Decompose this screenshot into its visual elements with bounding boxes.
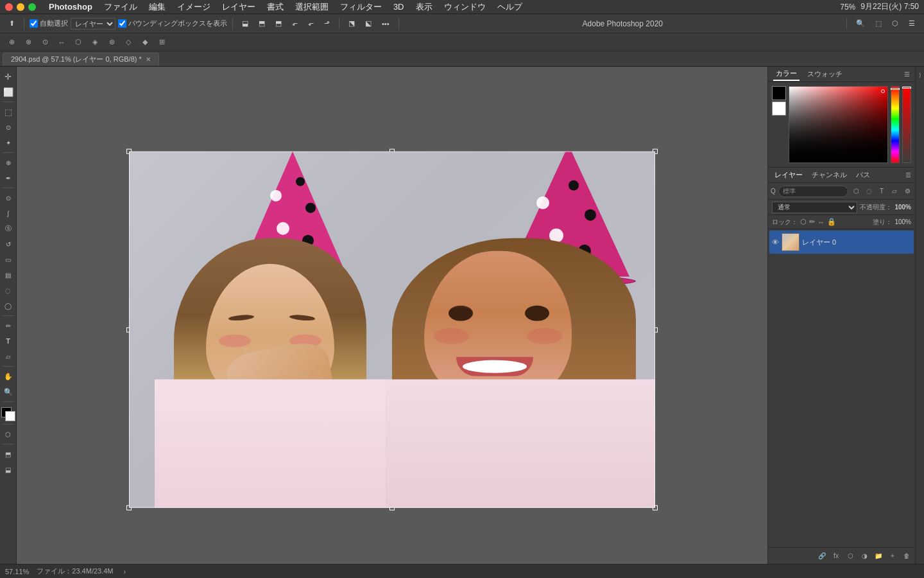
menu-photoshop[interactable]: Photoshop <box>44 1 98 13</box>
align-vcenter-btn[interactable]: ⬐ <box>304 18 318 29</box>
swatch-tab[interactable]: スウォッチ <box>805 68 845 80</box>
clone-tool[interactable]: ⓢ <box>1 222 15 236</box>
option-icon-10[interactable]: ⊞ <box>155 36 168 49</box>
collapse-btn[interactable]: ⟩ <box>919 72 921 78</box>
option-icon-1[interactable]: ⊕ <box>5 36 18 49</box>
menu-layer[interactable]: レイヤー <box>217 0 261 14</box>
option-icon-4[interactable]: ↔ <box>55 36 68 49</box>
layer-filter-smart-btn[interactable]: ⚙ <box>902 186 912 197</box>
option-icon-8[interactable]: ◇ <box>122 36 135 49</box>
menu-filter[interactable]: フィルター <box>335 0 387 14</box>
zoom-tool[interactable]: 🔍 <box>1 385 15 399</box>
layers-panel-menu-icon[interactable]: ☰ <box>905 171 911 179</box>
layer-filter-shape-btn[interactable]: ▱ <box>889 186 900 197</box>
brush-tool[interactable]: ∫ <box>1 206 15 220</box>
add-style-btn[interactable]: fx <box>830 550 842 562</box>
layer-filter-text-btn[interactable]: T <box>877 186 887 197</box>
bg-swatch[interactable] <box>772 101 786 116</box>
lock-position-icon[interactable]: ✏ <box>809 218 815 226</box>
hand-tool[interactable]: ✋ <box>1 369 15 383</box>
color-gradient-picker[interactable] <box>789 86 888 163</box>
eraser-tool[interactable]: ▭ <box>1 252 15 267</box>
distribute-v-btn[interactable]: ⬕ <box>361 18 375 29</box>
bounding-box-checkbox[interactable] <box>118 19 126 28</box>
align-right-btn[interactable]: ⬒ <box>271 18 286 29</box>
color-panel-menu-icon[interactable]: ☰ <box>904 71 910 78</box>
eyedropper-tool[interactable]: ✒ <box>1 171 15 185</box>
opacity-strip[interactable] <box>902 86 911 163</box>
search-btn[interactable]: 🔍 <box>852 18 869 29</box>
option-icon-6[interactable]: ◈ <box>89 36 101 49</box>
layer-filter-adj-btn[interactable]: ◌ <box>864 186 874 197</box>
option-icon-3[interactable]: ⊙ <box>38 36 51 49</box>
auto-select-checkbox[interactable] <box>30 19 38 28</box>
fg-swatch[interactable] <box>772 86 786 100</box>
blend-mode-select[interactable]: 通常 <box>772 202 857 213</box>
menu-3d[interactable]: 3D <box>388 1 409 13</box>
layer-search-box[interactable]: 標準 <box>778 186 848 197</box>
color-selector[interactable] <box>1 407 15 421</box>
move-tool[interactable]: ✛ <box>1 69 15 83</box>
align-center-btn[interactable]: ⬒ <box>255 18 269 29</box>
wand-tool[interactable]: ✦ <box>1 136 15 150</box>
channels-tab[interactable]: チャンネル <box>809 169 850 181</box>
layer-kind-select[interactable]: レイヤー <box>71 18 116 30</box>
expand-btn[interactable]: ⬡ <box>888 18 902 29</box>
link-layers-btn[interactable]: 🔗 <box>816 550 828 562</box>
fullscreen-button[interactable] <box>28 3 36 11</box>
color-hue-bar[interactable] <box>891 86 900 163</box>
blur-tool[interactable]: ◌ <box>1 283 15 297</box>
text-tool[interactable]: T <box>1 334 15 348</box>
new-group-btn[interactable]: 📁 <box>873 550 884 562</box>
option-icon-5[interactable]: ⬡ <box>72 36 85 49</box>
add-mask-btn[interactable]: ⬡ <box>844 550 856 562</box>
option-icon-9[interactable]: ◆ <box>139 36 151 49</box>
menu-btn[interactable]: ☰ <box>905 18 919 29</box>
lock-all-icon[interactable]: 🔒 <box>827 218 836 226</box>
document-tab[interactable]: 2904.psd @ 57.1% (レイヤー 0, RGB/8) * ✕ <box>3 53 159 66</box>
align-bottom-btn[interactable]: ⬏ <box>320 18 334 29</box>
canvas-area[interactable] <box>17 67 767 564</box>
extra-tool-btn[interactable]: ⬓ <box>1 462 15 477</box>
new-adj-layer-btn[interactable]: ◑ <box>859 550 870 562</box>
layers-tab[interactable]: レイヤー <box>772 169 805 181</box>
dodge-tool[interactable]: ◯ <box>1 299 15 313</box>
paths-tab[interactable]: パス <box>853 169 873 181</box>
background-color[interactable] <box>5 411 15 421</box>
photo-canvas[interactable] <box>129 152 655 508</box>
layer-item-0[interactable]: 👁 レイヤー 0 <box>769 231 914 254</box>
pen-tool[interactable]: ✏ <box>1 319 15 333</box>
option-icon-7[interactable]: ⊛ <box>105 36 118 49</box>
menu-type[interactable]: 書式 <box>262 0 289 14</box>
align-left-btn[interactable]: ⬓ <box>238 18 252 29</box>
gradient-tool[interactable]: ▤ <box>1 268 15 282</box>
workspace-btn[interactable]: ⬚ <box>871 18 886 29</box>
menu-select[interactable]: 選択範囲 <box>290 0 334 14</box>
shape-tool[interactable]: ▱ <box>1 349 15 363</box>
layer-visibility-icon[interactable]: 👁 <box>772 238 779 246</box>
move-tool-btn[interactable]: ⬆ <box>5 18 19 29</box>
lock-artboard-icon[interactable]: ↔ <box>817 218 825 226</box>
lasso-tool[interactable]: ⊙ <box>1 120 15 134</box>
menu-view[interactable]: 表示 <box>411 0 438 14</box>
delete-layer-btn[interactable]: 🗑 <box>901 550 912 562</box>
menu-window[interactable]: ウィンドウ <box>439 0 491 14</box>
heal-tool[interactable]: ⊙ <box>1 191 15 205</box>
minimize-button[interactable] <box>17 3 24 11</box>
menu-edit[interactable]: 編集 <box>144 0 171 14</box>
align-top-btn[interactable]: ⬐ <box>288 18 302 29</box>
marquee-tool[interactable]: ⬚ <box>1 105 15 119</box>
menu-help[interactable]: ヘルプ <box>492 0 527 14</box>
artboard-tool[interactable]: ⬜ <box>1 85 15 99</box>
new-layer-btn[interactable]: + <box>887 550 898 562</box>
close-button[interactable] <box>5 3 13 11</box>
menu-file[interactable]: ファイル <box>99 0 142 14</box>
quick-mask-btn[interactable]: ⬡ <box>1 427 15 441</box>
lock-pixels-icon[interactable]: ⬡ <box>800 218 807 226</box>
option-icon-2[interactable]: ⊗ <box>22 36 35 49</box>
screen-mode-btn[interactable]: ⬒ <box>1 447 15 461</box>
close-tab-icon[interactable]: ✕ <box>146 56 151 63</box>
color-tab[interactable]: カラー <box>773 67 800 81</box>
more-btn[interactable]: ••• <box>378 19 393 29</box>
crop-tool[interactable]: ⊕ <box>1 155 15 170</box>
